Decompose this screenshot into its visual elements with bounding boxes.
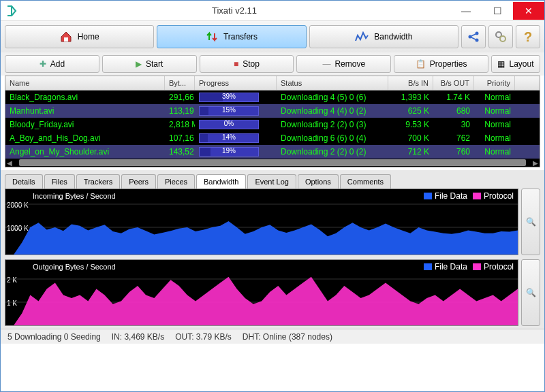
add-button[interactable]: ✚Add [5, 55, 99, 73]
share-icon [467, 31, 480, 43]
minus-icon: — [322, 59, 330, 69]
scroll-left-icon[interactable]: ◀ [7, 159, 12, 167]
scroll-thumb[interactable] [19, 159, 526, 166]
incoming-chart: Incoming Bytes / Second File DataProtoco… [5, 189, 518, 255]
statusbar: 5 Downloading 0 Seeding IN: 3,469 KB/s O… [1, 329, 544, 344]
nav-home-label: Home [78, 32, 99, 42]
col-bytes[interactable]: Byt... [165, 76, 195, 90]
table-row[interactable]: Manhunt.avi113,1915%Downloading 4 (4) 0 … [5, 104, 540, 118]
nav-transfers[interactable]: Transfers [157, 25, 306, 48]
col-out[interactable]: B/s OUT [433, 76, 474, 90]
remove-button[interactable]: —Remove [296, 55, 391, 73]
grid-header: Name Byt... Progress Status B/s IN B/s O… [5, 76, 540, 91]
outgoing-panel: Outgoing Bytes / Second File DataProtoco… [5, 259, 540, 326]
outgoing-chart: Outgoing Bytes / Second File DataProtoco… [5, 259, 518, 326]
grid-body: Black_Dragons.avi291,6639%Downloading 4 … [5, 91, 540, 159]
col-in[interactable]: B/s IN [388, 76, 433, 90]
svg-point-5 [500, 36, 505, 42]
close-button[interactable]: ✕ [513, 2, 544, 20]
chart-area [5, 188, 518, 255]
nav-share[interactable] [461, 25, 486, 48]
plus-icon: ✚ [40, 59, 46, 69]
tab-details[interactable]: Details [5, 174, 43, 189]
layout-icon: ▦ [497, 59, 505, 69]
col-status[interactable]: Status [277, 76, 388, 90]
properties-icon: 📋 [416, 59, 426, 69]
gear-icon [495, 31, 507, 43]
detail-tabs: DetailsFilesTrackersPeersPiecesBandwidth… [1, 170, 544, 189]
status-dht: DHT: Online (387 nodes) [243, 332, 332, 342]
help-icon: ? [524, 29, 532, 45]
svg-point-3 [475, 39, 478, 42]
bandwidth-icon [355, 31, 369, 42]
window-title: Tixati v2.11 [18, 5, 450, 16]
status-in: IN: 3,469 KB/s [112, 332, 164, 342]
layout-button[interactable]: ▦Layout [491, 55, 540, 73]
tab-peers[interactable]: Peers [121, 174, 156, 189]
maximize-button[interactable]: ☐ [482, 2, 513, 20]
incoming-panel: Incoming Bytes / Second File DataProtoco… [5, 189, 540, 255]
incoming-zoom-button[interactable]: 🔍 [521, 189, 540, 255]
tab-trackers[interactable]: Trackers [76, 174, 120, 189]
remove-label: Remove [334, 59, 365, 69]
titlebar: Tixati v2.11 — ☐ ✕ [1, 1, 544, 21]
layout-label: Layout [509, 59, 533, 69]
tab-files[interactable]: Files [44, 174, 75, 189]
properties-button[interactable]: 📋Properties [394, 55, 488, 73]
transfers-grid: Name Byt... Progress Status B/s IN B/s O… [5, 76, 540, 167]
start-button[interactable]: ▶Start [102, 55, 197, 73]
transfers-icon [206, 31, 218, 43]
nav-help[interactable]: ? [516, 25, 540, 48]
nav-bandwidth-label: Bandwidth [374, 32, 412, 42]
tab-event-log[interactable]: Event Log [247, 174, 296, 189]
play-icon: ▶ [136, 59, 142, 69]
nav-transfers-label: Transfers [223, 32, 258, 42]
window-controls: — ☐ ✕ [450, 2, 544, 20]
status-out: OUT: 3.79 KB/s [175, 332, 232, 342]
outgoing-zoom-button[interactable]: 🔍 [521, 259, 540, 326]
scroll-right-icon[interactable]: ▶ [533, 159, 538, 167]
minimize-button[interactable]: — [450, 2, 482, 20]
table-row[interactable]: Angel_on_My_Shoulder.avi143,5219%Downloa… [5, 145, 540, 159]
nav-settings[interactable] [488, 25, 513, 48]
svg-point-2 [475, 32, 478, 35]
add-label: Add [50, 59, 65, 69]
nav-home[interactable]: Home [5, 25, 154, 48]
tab-pieces[interactable]: Pieces [157, 174, 195, 189]
table-row[interactable]: Bloody_Friday.avi2,818 M0%Downloading 2 … [5, 118, 540, 131]
toolbar: ✚Add ▶Start ■Stop —Remove 📋Properties ▦L… [1, 52, 544, 76]
stop-icon: ■ [234, 59, 238, 69]
table-row[interactable]: A_Boy_and_His_Dog.avi107,1614%Downloadin… [5, 131, 540, 145]
app-icon [5, 4, 18, 18]
main-nav: Home Transfers Bandwidth ? [1, 21, 544, 52]
col-priority[interactable]: Priority [474, 76, 515, 90]
grid-hscroll[interactable]: ◀ ▶ [5, 159, 540, 167]
svg-rect-0 [64, 37, 68, 42]
magnifier-icon: 🔍 [526, 288, 536, 297]
status-downloads: 5 Downloading 0 Seeding [7, 332, 101, 342]
magnifier-icon: 🔍 [526, 217, 536, 227]
tab-bandwidth[interactable]: Bandwidth [196, 174, 246, 189]
home-icon [60, 31, 72, 43]
start-label: Start [146, 59, 163, 69]
col-progress[interactable]: Progress [195, 76, 277, 90]
tab-options[interactable]: Options [298, 174, 339, 189]
chart-area [5, 259, 518, 325]
col-name[interactable]: Name [5, 76, 165, 90]
properties-label: Properties [430, 59, 467, 69]
charts-container: Incoming Bytes / Second File DataProtoco… [1, 189, 544, 329]
stop-label: Stop [243, 59, 260, 69]
stop-button[interactable]: ■Stop [200, 55, 294, 73]
tab-comments[interactable]: Comments [340, 174, 391, 189]
app-window: Tixati v2.11 — ☐ ✕ Home Transfers Bandwi… [0, 0, 545, 392]
nav-bandwidth[interactable]: Bandwidth [309, 25, 458, 48]
svg-point-1 [468, 35, 471, 39]
table-row[interactable]: Black_Dragons.avi291,6639%Downloading 4 … [5, 91, 540, 104]
